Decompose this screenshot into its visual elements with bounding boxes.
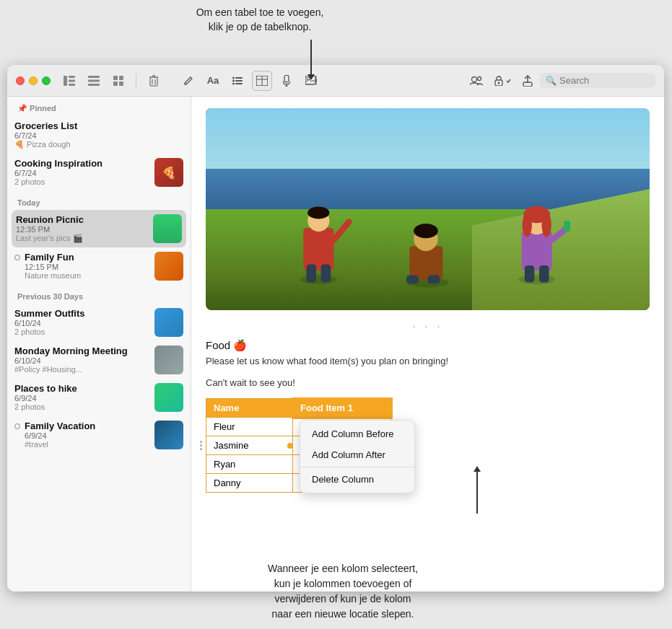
svg-rect-48	[406, 276, 419, 284]
svg-point-16	[232, 76, 235, 79]
svg-rect-4	[88, 76, 100, 78]
item-date-cooking: 6/7/24	[14, 169, 150, 177]
svg-rect-17	[235, 77, 243, 79]
svg-rect-43	[321, 264, 331, 282]
item-date-groceries: 6/7/24	[14, 131, 183, 140]
collaborate-button[interactable]	[466, 74, 487, 88]
search-icon: 🔍	[546, 76, 557, 86]
context-menu-delete[interactable]: Delete Column	[300, 469, 414, 490]
table-cell-name-0: Fleur	[206, 418, 293, 436]
svg-rect-51	[522, 231, 552, 270]
item-thumb-cooking: 🍕	[154, 158, 183, 187]
search-bar[interactable]: 🔍	[540, 73, 655, 88]
table-header-name: Name	[206, 399, 293, 418]
svg-point-40	[307, 207, 329, 219]
minimize-button[interactable]	[29, 76, 38, 85]
svg-rect-7	[113, 76, 118, 80]
note-food-title: Food 🍎	[206, 339, 650, 352]
close-button[interactable]	[16, 76, 25, 85]
sidebar-item-family-fun[interactable]: Family Fun 12:15 PM Nature museum	[7, 247, 191, 285]
item-preview-hike: 2 photos	[14, 403, 150, 411]
audio-tool[interactable]	[276, 71, 297, 91]
item-date-vacation: 6/9/24	[25, 431, 150, 440]
list-view-button[interactable]	[84, 71, 104, 91]
item-preview-reunion: Last year's pics 🎬	[16, 234, 149, 243]
format-tool[interactable]: Aa	[203, 71, 223, 91]
svg-rect-57	[564, 221, 570, 232]
annotation-arrow-bottom	[476, 470, 478, 514]
item-title-family-fun: Family Fun	[25, 252, 150, 263]
item-date-summer: 6/10/24	[14, 319, 150, 327]
item-thumb-hike	[154, 383, 183, 412]
table-cell-name-2: Ryan	[206, 455, 293, 474]
svg-rect-0	[64, 76, 67, 86]
item-title-reunion: Reunion Picnic	[16, 214, 149, 225]
svg-rect-58	[525, 265, 534, 283]
pinned-section-header: 📌 Pinned	[7, 97, 191, 116]
edit-tool[interactable]	[178, 71, 198, 91]
sidebar-item-vacation[interactable]: Family Vacation 6/9/24 #travel	[7, 416, 191, 454]
previous-section-header: Previous 30 Days	[7, 285, 191, 304]
gallery-view-button[interactable]	[108, 71, 128, 91]
table-cell-name-3: Danny	[206, 474, 293, 493]
item-title-groceries: Groceries List	[14, 120, 183, 131]
content-area: 📌 Pinned Groceries List 6/7/24 🍕 Pizza d…	[7, 97, 664, 591]
svg-rect-59	[539, 265, 549, 283]
note-toolbar: Aa	[170, 71, 466, 91]
context-menu-add-before[interactable]: Add Column Before	[300, 423, 414, 444]
sidebar-item-reunion[interactable]: Reunion Picnic 12:35 PM Last year's pics…	[12, 210, 186, 247]
app-window: Aa �	[7, 65, 664, 591]
item-preview-vacation: #travel	[25, 440, 150, 449]
annotation-arrow-top	[310, 40, 312, 76]
table-tool[interactable]	[252, 71, 272, 91]
svg-rect-12	[149, 76, 158, 78]
svg-rect-2	[69, 79, 75, 82]
note-content: · · · Food 🍎 Please let us know what foo…	[191, 97, 664, 591]
table-header: Name Food Item 1	[206, 399, 392, 418]
sidebar-item-groceries[interactable]: Groceries List 6/7/24 🍕 Pizza dough	[7, 116, 191, 154]
svg-point-47	[414, 224, 438, 238]
note-table-wrapper: Name Food Item 1 Fleur Veggie and fruit …	[206, 398, 392, 493]
delete-button[interactable]	[144, 71, 164, 91]
traffic-lights	[16, 76, 51, 85]
svg-rect-6	[88, 84, 100, 86]
sidebar-item-hike[interactable]: Places to hike 6/9/24 2 photos	[7, 379, 191, 416]
svg-point-32	[472, 76, 477, 82]
svg-rect-13	[152, 75, 155, 76]
svg-point-55	[541, 213, 551, 237]
svg-point-35	[498, 82, 500, 84]
svg-rect-49	[428, 276, 440, 284]
annotation-top: Om een tabel toe te voegen,klik je op de…	[144, 6, 375, 34]
svg-rect-21	[235, 83, 243, 84]
list-tool[interactable]	[227, 71, 248, 91]
item-title-hike: Places to hike	[14, 383, 150, 394]
note-food-text1: Please let us know what food item(s) you…	[206, 355, 650, 368]
item-thumb-reunion	[153, 214, 182, 243]
sidebar-item-monday[interactable]: Monday Morning Meeting 6/10/24 #Policy #…	[7, 341, 191, 379]
svg-rect-3	[69, 84, 75, 86]
svg-rect-31	[315, 79, 317, 82]
svg-point-37	[300, 275, 336, 284]
svg-rect-1	[69, 76, 75, 78]
svg-point-18	[232, 79, 235, 82]
toolbar-left	[59, 71, 164, 91]
svg-rect-10	[119, 82, 123, 86]
item-date-hike: 6/9/24	[14, 394, 150, 403]
svg-rect-9	[113, 82, 118, 86]
sidebar-toggle-button[interactable]	[59, 71, 79, 91]
column-select-dot	[290, 405, 296, 411]
search-input[interactable]	[559, 75, 646, 86]
context-menu-add-after[interactable]: Add Column After	[300, 444, 414, 465]
item-date-monday: 6/10/24	[14, 356, 150, 365]
item-thumb-monday	[154, 346, 183, 374]
share-button[interactable]	[518, 73, 537, 89]
note-food-text2: Can't wait to see you!	[206, 377, 650, 390]
today-section-header: Today	[7, 191, 191, 210]
sidebar-item-cooking[interactable]: Cooking Inspiration 6/7/24 2 photos 🍕	[7, 154, 191, 191]
svg-rect-25	[284, 75, 289, 82]
svg-rect-5	[88, 79, 100, 82]
table-row-handle[interactable]	[197, 437, 204, 454]
maximize-button[interactable]	[42, 76, 51, 85]
sidebar-item-summer[interactable]: Summer Outfits 6/10/24 2 photos	[7, 304, 191, 341]
lock-button[interactable]	[490, 74, 515, 88]
